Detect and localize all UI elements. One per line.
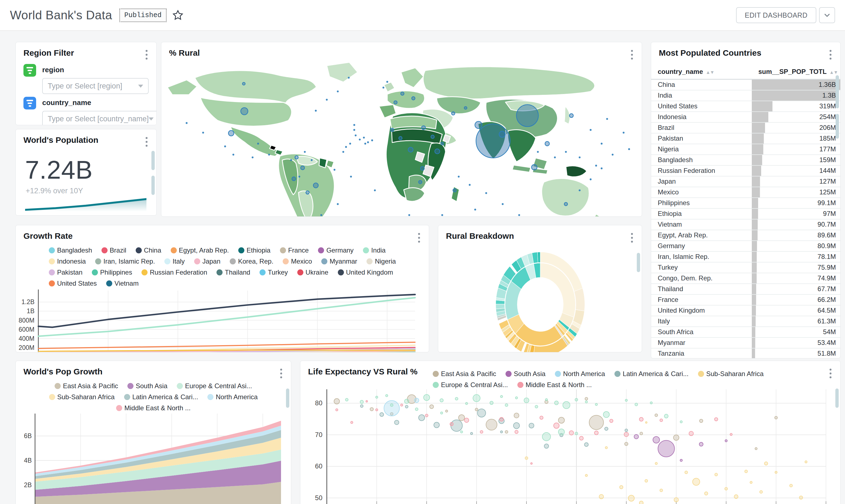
legend-item[interactable]: France — [280, 247, 309, 254]
table-row[interactable]: United States319M — [651, 101, 840, 112]
legend-label: Turkey — [268, 269, 288, 276]
legend-item[interactable]: Philippines — [92, 269, 132, 276]
legend-item[interactable]: Sub-Saharan Africa — [49, 393, 115, 401]
legend-item[interactable]: South Asia — [127, 382, 167, 390]
legend-item[interactable]: East Asia & Pacific — [55, 382, 118, 390]
legend-item[interactable]: Russian Federation — [142, 269, 207, 276]
legend-item[interactable]: Germany — [318, 247, 354, 254]
legend-item[interactable]: Vietnam — [106, 280, 139, 287]
legend-dot-icon — [363, 247, 369, 253]
legend-item[interactable]: Indonesia — [49, 257, 86, 265]
favorite-star-icon[interactable] — [172, 10, 184, 21]
rural-sunburst-chart[interactable] — [438, 244, 642, 353]
table-row[interactable]: Bangladesh159M — [651, 155, 840, 165]
table-row[interactable]: India1.3B — [651, 90, 840, 101]
table-row[interactable]: Indonesia254M — [651, 112, 840, 122]
legend-item[interactable]: Mexico — [283, 257, 312, 265]
card-menu-kebab-icon[interactable] — [278, 367, 284, 380]
table-row[interactable]: China1.36B — [651, 79, 840, 90]
legend-item[interactable]: Ethiopia — [238, 247, 271, 254]
legend-item[interactable]: Europe & Central Asi... — [177, 382, 252, 390]
published-badge[interactable]: Published — [120, 8, 166, 22]
scrollbar[interactable] — [151, 176, 155, 195]
table-row[interactable]: France66.2M — [651, 294, 840, 305]
legend-item[interactable]: India — [363, 247, 385, 254]
legend-item[interactable]: Bangladesh — [49, 247, 92, 254]
table-row[interactable]: Pakistan185M — [651, 133, 840, 144]
column-header-country_name[interactable]: country_name▲▼ — [651, 65, 752, 79]
card-menu-kebab-icon[interactable] — [827, 48, 834, 61]
table-row[interactable]: Germany80.9M — [651, 241, 840, 251]
table-row[interactable]: Russian Federation144M — [651, 165, 840, 176]
table-header-row: country_name▲▼sum__SP_POP_TOTL▲▼ — [651, 65, 840, 79]
legend-item[interactable]: Nigeria — [366, 257, 396, 265]
table-row[interactable]: Philippines99.1M — [651, 198, 840, 209]
card-menu-kebab-icon[interactable] — [827, 367, 834, 380]
legend-item[interactable]: Latin America & Cari... — [614, 370, 689, 378]
table-row[interactable]: Iran, Islamic Rep.78.1M — [651, 251, 840, 262]
table-row[interactable]: Congo, Dem. Rep.74.9M — [651, 273, 840, 284]
table-row[interactable]: United Kingdom64.5M — [651, 305, 840, 316]
table-row[interactable]: Tanzania51.8M — [651, 348, 840, 359]
card-menu-kebab-icon[interactable] — [143, 136, 150, 148]
table-row[interactable]: Mexico125M — [651, 187, 840, 198]
legend-item[interactable]: Middle East & North ... — [116, 404, 191, 412]
sort-icon[interactable]: ▲▼ — [706, 70, 714, 75]
table-row[interactable]: Brazil206M — [651, 122, 840, 133]
legend-item[interactable]: North America — [208, 393, 257, 401]
region-select[interactable]: Type or Select [region] — [42, 78, 149, 94]
legend-item[interactable]: Sub-Saharan Africa — [698, 370, 763, 378]
legend-item[interactable]: South Asia — [505, 370, 545, 378]
cell-country-name: Italy — [651, 316, 752, 327]
scrollbar[interactable] — [637, 253, 640, 272]
edit-dashboard-button[interactable]: EDIT DASHBOARD — [736, 7, 816, 23]
table-row[interactable]: Thailand67.7M — [651, 284, 840, 294]
legend-item[interactable]: Latin America & Cari... — [124, 393, 198, 401]
legend-item[interactable]: Pakistan — [49, 269, 83, 276]
table-row[interactable]: Nigeria177M — [651, 144, 840, 155]
legend-item[interactable]: Middle East & North ... — [517, 381, 592, 389]
column-header-sum__SP_POP_TOTL[interactable]: sum__SP_POP_TOTL▲▼ — [752, 65, 840, 79]
table-row[interactable]: Egypt, Arab Rep.89.6M — [651, 230, 840, 241]
table-row[interactable]: Myanmar53.4M — [651, 338, 840, 348]
legend-item[interactable]: Egypt, Arab Rep. — [171, 247, 229, 254]
scrollbar[interactable] — [286, 389, 289, 408]
table-row[interactable]: Italy61.3M — [651, 316, 840, 327]
legend-label: Russian Federation — [150, 269, 207, 276]
cell-country-name: United States — [651, 101, 752, 112]
legend-item[interactable]: Myanmar — [321, 257, 357, 265]
scrollbar[interactable] — [835, 389, 839, 408]
legend-item[interactable]: China — [136, 247, 161, 254]
legend-item[interactable]: United States — [49, 280, 97, 287]
table-row[interactable]: South Africa54M — [651, 327, 840, 338]
legend-item[interactable]: Ukraine — [297, 269, 328, 276]
legend-item[interactable]: East Asia & Pacific — [433, 370, 496, 378]
scrollbar[interactable] — [151, 151, 155, 170]
sort-icon[interactable]: ▲▼ — [829, 70, 838, 75]
legend-item[interactable]: Japan — [194, 257, 220, 265]
legend-item[interactable]: United Kingdom — [338, 269, 393, 276]
card-menu-kebab-icon[interactable] — [629, 48, 635, 61]
legend-item[interactable]: Iran, Islamic Rep. — [95, 257, 155, 265]
cell-country-name: Turkey — [651, 262, 752, 273]
legend-item[interactable]: Europe & Central Asi... — [433, 381, 508, 389]
country-name-select[interactable]: Type or Select [country_name] — [42, 111, 157, 125]
table-row[interactable]: Turkey75.9M — [651, 262, 840, 273]
legend-item[interactable]: North America — [555, 370, 605, 378]
legend-item[interactable]: Thailand — [216, 269, 250, 276]
table-row[interactable]: Ethiopia97M — [651, 209, 840, 219]
header-menu-button[interactable] — [819, 7, 835, 23]
legend-item[interactable]: Turkey — [259, 269, 288, 276]
table-row[interactable]: Japan127M — [651, 176, 840, 187]
scrollbar[interactable] — [835, 114, 839, 139]
legend-item[interactable]: Italy — [164, 257, 185, 265]
card-menu-kebab-icon[interactable] — [416, 231, 422, 244]
card-menu-kebab-icon[interactable] — [629, 231, 635, 244]
card-menu-kebab-icon[interactable] — [143, 48, 150, 61]
table-row[interactable]: Vietnam90.7M — [651, 219, 840, 230]
cell-population-value: 97M — [752, 209, 840, 219]
legend-item[interactable]: Brazil — [102, 247, 126, 254]
scrollbar[interactable] — [835, 75, 839, 108]
world-choropleth-map[interactable] — [161, 61, 642, 217]
legend-item[interactable]: Korea, Rep. — [230, 257, 273, 265]
